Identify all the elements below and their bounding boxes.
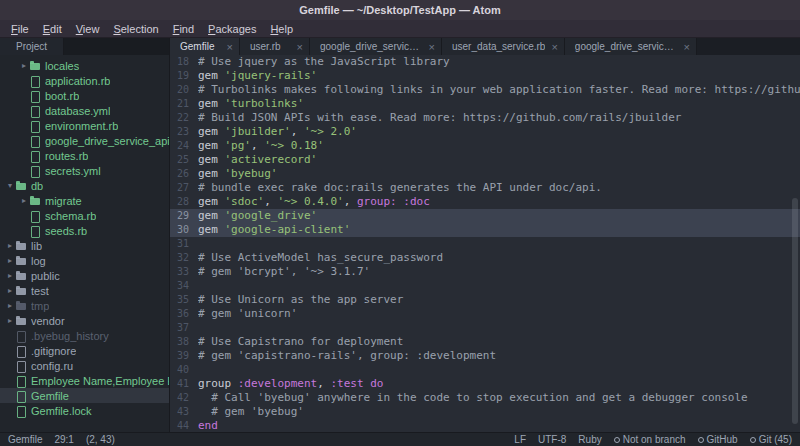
code-line-25[interactable]: 25gem 'activerecord': [170, 153, 800, 167]
line-number: 20: [170, 83, 198, 97]
tree-item-public[interactable]: ▸public: [0, 268, 169, 283]
folder-icon: [30, 196, 41, 206]
status-label: Git (45): [759, 434, 792, 445]
code-line-42[interactable]: 42 # Call 'byebug' anywhere in the code …: [170, 391, 800, 405]
tab-google-drive-service-rb[interactable]: google_drive_service.rb×: [565, 38, 697, 55]
tree-item-vendor[interactable]: ▸vendor: [0, 313, 169, 328]
tree-item-label: config.ru: [31, 360, 73, 372]
tab-user-rb[interactable]: user.rb×: [240, 38, 310, 55]
code-line-37[interactable]: 37: [170, 321, 800, 335]
line-number: 18: [170, 55, 198, 69]
tree-item-test[interactable]: ▸test: [0, 283, 169, 298]
chevron-right-icon: ▸: [19, 196, 29, 205]
code-line-32[interactable]: 32# Use ActiveModel has_secure_password: [170, 251, 800, 265]
tab-google-drive-service-api-k[interactable]: google_drive_service_api_k...×: [310, 38, 442, 55]
folder-icon: [16, 241, 27, 251]
code-text: # Build JSON APIs with ease. Read more: …: [198, 111, 800, 125]
tab-user-data-service-rb[interactable]: user_data_service.rb×: [442, 38, 565, 55]
code-line-35[interactable]: 35# Use Unicorn as the app server: [170, 293, 800, 307]
code-text: gem 'google-api-client': [198, 223, 800, 237]
code-line-29[interactable]: 29gem 'google_drive': [170, 209, 800, 223]
tree-item-routes-rb[interactable]: routes.rb: [0, 148, 169, 163]
tree-item-employee-name-employee-email-qualif[interactable]: Employee Name,Employee Email,Qualif: [0, 373, 169, 388]
tab-gemfile[interactable]: Gemfile×: [170, 38, 240, 55]
file-icon: [30, 91, 41, 101]
tree-item-schema-rb[interactable]: schema.rb: [0, 208, 169, 223]
close-icon[interactable]: ×: [297, 42, 303, 52]
status-ruby[interactable]: Ruby: [578, 434, 601, 445]
menu-find[interactable]: Find: [166, 20, 201, 38]
tree-item-byebug-history[interactable]: .byebug_history: [0, 328, 169, 343]
code-line-20[interactable]: 20# Turbolinks makes following links in …: [170, 83, 800, 97]
menu-view[interactable]: View: [69, 20, 107, 38]
menu-selection[interactable]: Selection: [106, 20, 165, 38]
tree-item-config-ru[interactable]: config.ru: [0, 358, 169, 373]
status-label: UTF-8: [538, 434, 566, 445]
line-number: 29: [170, 209, 198, 223]
code-line-31[interactable]: 31: [170, 237, 800, 251]
tree-item-gitignore[interactable]: .gitignore: [0, 343, 169, 358]
code-line-18[interactable]: 18# Use jquery as the JavaScript library: [170, 55, 800, 69]
code-line-36[interactable]: 36# gem 'unicorn': [170, 307, 800, 321]
tree-item-google-drive-service-api-key-json[interactable]: google_drive_service_api_key.json: [0, 133, 169, 148]
close-icon[interactable]: ×: [429, 42, 435, 52]
code-line-34[interactable]: 34: [170, 279, 800, 293]
branch-icon: [614, 437, 620, 443]
code-line-24[interactable]: 24gem 'pg', '~> 0.18': [170, 139, 800, 153]
close-icon[interactable]: ×: [551, 42, 557, 52]
code-line-44[interactable]: 44end: [170, 419, 800, 432]
status-gemfile[interactable]: Gemfile: [8, 434, 42, 445]
status-label: GitHub: [707, 434, 738, 445]
close-icon[interactable]: ×: [227, 42, 233, 52]
folder-icon: [16, 301, 27, 311]
code-line-38[interactable]: 38# Use Capistrano for deployment: [170, 335, 800, 349]
code-line-22[interactable]: 22# Build JSON APIs with ease. Read more…: [170, 111, 800, 125]
code-text: gem 'pg', '~> 0.18': [198, 139, 800, 153]
menu-help[interactable]: Help: [263, 20, 300, 38]
file-icon: [16, 406, 27, 416]
code-line-39[interactable]: 39# gem 'capistrano-rails', group: :deve…: [170, 349, 800, 363]
code-line-40[interactable]: 40: [170, 363, 800, 377]
status-git-45[interactable]: Git (45): [750, 434, 792, 445]
tab-project[interactable]: Project: [0, 38, 64, 55]
code-line-19[interactable]: 19gem 'jquery-rails': [170, 69, 800, 83]
code-line-33[interactable]: 33# gem 'bcrypt', '~> 3.1.7': [170, 265, 800, 279]
tree-item-locales[interactable]: ▸locales: [0, 58, 169, 73]
editor-scrollbar[interactable]: [792, 198, 798, 424]
code-line-43[interactable]: 43 # gem 'byebug': [170, 405, 800, 419]
tree-item-tmp[interactable]: ▸tmp: [0, 298, 169, 313]
editor[interactable]: 18# Use jquery as the JavaScript library…: [170, 55, 800, 432]
code-line-21[interactable]: 21gem 'turbolinks': [170, 97, 800, 111]
tree-item-gemfile-lock[interactable]: Gemfile.lock: [0, 403, 169, 418]
menu-packages[interactable]: Packages: [201, 20, 263, 38]
tree-item-boot-rb[interactable]: boot.rb: [0, 88, 169, 103]
status-not-on-branch[interactable]: Not on branch: [614, 434, 686, 445]
tree-item-log[interactable]: ▸log: [0, 253, 169, 268]
tree-item-lib[interactable]: ▸lib: [0, 238, 169, 253]
tree-item-migrate[interactable]: ▸migrate: [0, 193, 169, 208]
status-2-43[interactable]: (2, 43): [86, 434, 115, 445]
tree-item-gemfile[interactable]: Gemfile: [0, 388, 169, 403]
close-icon[interactable]: ×: [683, 42, 689, 52]
tree-item-seeds-rb[interactable]: seeds.rb: [0, 223, 169, 238]
chevron-down-icon: ▾: [5, 181, 15, 190]
code-line-23[interactable]: 23gem 'jbuilder', '~> 2.0': [170, 125, 800, 139]
line-number: 44: [170, 419, 198, 432]
status-utf-8[interactable]: UTF-8: [538, 434, 566, 445]
tab-bar: Gemfile×user.rb×google_drive_service_api…: [170, 38, 800, 55]
code-line-30[interactable]: 30gem 'google-api-client': [170, 223, 800, 237]
status-github[interactable]: GitHub: [698, 434, 738, 445]
menu-edit[interactable]: Edit: [36, 20, 69, 38]
code-line-26[interactable]: 26gem 'byebug': [170, 167, 800, 181]
code-line-28[interactable]: 28gem 'sdoc', '~> 0.4.0', group: :doc: [170, 195, 800, 209]
status-lf[interactable]: LF: [514, 434, 526, 445]
status-29-1[interactable]: 29:1: [54, 434, 73, 445]
tree-item-application-rb[interactable]: application.rb: [0, 73, 169, 88]
tree-item-environment-rb[interactable]: environment.rb: [0, 118, 169, 133]
code-line-41[interactable]: 41group :development, :test do: [170, 377, 800, 391]
menu-file[interactable]: File: [4, 20, 36, 38]
code-line-27[interactable]: 27# bundle exec rake doc:rails generates…: [170, 181, 800, 195]
tree-item-database-yml[interactable]: database.yml: [0, 103, 169, 118]
tree-item-secrets-yml[interactable]: secrets.yml: [0, 163, 169, 178]
tree-item-db[interactable]: ▾db: [0, 178, 169, 193]
